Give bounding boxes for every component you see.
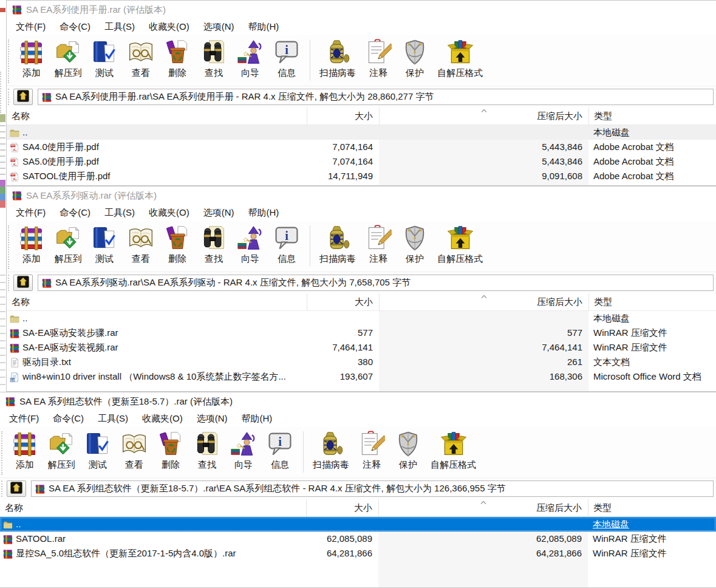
- toolbar-button-view[interactable]: 查看: [116, 429, 152, 471]
- menu-item-help[interactable]: 帮助(H): [245, 206, 282, 220]
- column-header-packed[interactable]: 压缩后大小: [379, 108, 588, 125]
- file-name: SA4.0使用手册.pdf: [22, 140, 99, 154]
- table-row[interactable]: SA-EA驱动安装步骤.rar577577WinRAR 压缩文件: [7, 326, 716, 340]
- menu-item-file[interactable]: 文件(F): [13, 206, 49, 220]
- table-row[interactable]: PDFSA4.0使用手册.pdf7,074,1645,443,846Adobe …: [7, 140, 716, 154]
- column-header-label: 大小: [355, 296, 373, 307]
- title-bar[interactable]: SA EA系列使用手册.rar (评估版本): [7, 1, 716, 19]
- menu-item-commands[interactable]: 命令(C): [56, 20, 94, 34]
- toolbar-button-add[interactable]: 添加: [7, 429, 43, 471]
- column-header-type[interactable]: 类型: [588, 108, 716, 125]
- toolbar-button-protect[interactable]: 保护: [397, 223, 433, 265]
- menu-bar: 文件(F)命令(C)工具(S)收藏夹(O)选项(N)帮助(H): [0, 411, 716, 427]
- extract-to-icon: [54, 38, 82, 67]
- menu-item-options[interactable]: 选项(N): [200, 206, 237, 220]
- menu-item-file[interactable]: 文件(F): [13, 20, 49, 34]
- column-header-packed[interactable]: 压缩后大小: [379, 293, 588, 310]
- column-header-size[interactable]: 大小: [306, 499, 378, 516]
- toolbar-gripper[interactable]: [8, 39, 12, 83]
- table-row[interactable]: ..本地磁盘: [7, 125, 716, 140]
- table-row[interactable]: ..本地磁盘: [7, 311, 716, 326]
- toolbar-button-sfx[interactable]: 自解压格式: [433, 223, 487, 265]
- menu-item-tools[interactable]: 工具(S): [101, 20, 138, 34]
- column-header-size[interactable]: 大小: [307, 108, 379, 125]
- up-one-level-button[interactable]: [7, 480, 26, 497]
- title-bar[interactable]: SA EA 系列组态软件（更新至18-5.7）.rar (评估版本): [0, 392, 716, 411]
- menu-item-help[interactable]: 帮助(H): [245, 20, 282, 34]
- title-bar[interactable]: SA EA系系列驱动.rar (评估版本): [7, 186, 716, 205]
- toolbar-button-virus-scan[interactable]: 扫描病毒: [315, 223, 360, 265]
- address-bar-gripper[interactable]: [8, 89, 12, 105]
- menu-item-favorites[interactable]: 收藏夹(O): [139, 412, 186, 426]
- address-bar-gripper[interactable]: [1, 480, 5, 497]
- column-header-type[interactable]: 类型: [588, 499, 716, 516]
- toolbar-button-find[interactable]: 查找: [189, 429, 225, 471]
- menu-item-help[interactable]: 帮助(H): [238, 412, 275, 426]
- up-one-level-button[interactable]: [13, 275, 33, 291]
- toolbar-button-comment[interactable]: 注释: [353, 429, 390, 471]
- menu-item-commands[interactable]: 命令(C): [56, 206, 94, 220]
- toolbar-button-info[interactable]: i信息: [268, 223, 305, 265]
- menu-item-commands[interactable]: 命令(C): [50, 412, 87, 426]
- column-header-name[interactable]: 名称: [7, 108, 307, 125]
- toolbar-button-add[interactable]: 添加: [13, 37, 50, 80]
- toolbar-button-view[interactable]: 查看: [123, 37, 159, 80]
- table-row[interactable]: PDFSATOOL使用手册.pdf14,711,9499,091,608Adob…: [7, 169, 716, 183]
- toolbar-button-find[interactable]: 查找: [196, 223, 232, 265]
- menu-item-favorites[interactable]: 收藏夹(O): [146, 20, 193, 34]
- toolbar-button-comment[interactable]: 注释: [360, 37, 397, 80]
- toolbar-button-extract-to[interactable]: 解压到: [50, 37, 86, 80]
- menu-item-favorites[interactable]: 收藏夹(O): [146, 206, 193, 220]
- address-bar-gripper[interactable]: [8, 275, 12, 291]
- toolbar-button-extract-to[interactable]: 解压到: [43, 429, 80, 471]
- toolbar-button-protect[interactable]: 保护: [397, 37, 433, 80]
- toolbar-button-comment[interactable]: 注释: [360, 223, 397, 265]
- menu-item-file[interactable]: 文件(F): [6, 412, 42, 426]
- menu-item-options[interactable]: 选项(N): [194, 412, 231, 426]
- table-row[interactable]: Wwin8+win10 driver install （Windows8 & 1…: [7, 369, 716, 384]
- menu-item-options[interactable]: 选项(N): [200, 20, 237, 34]
- table-row[interactable]: PDFSA5.0使用手册.pdf7,074,1645,443,846Adobe …: [7, 154, 716, 169]
- toolbar-button-virus-scan[interactable]: 扫描病毒: [309, 429, 353, 471]
- toolbar-button-wizard[interactable]: 向导: [232, 37, 268, 80]
- toolbar-button-test[interactable]: 测试: [86, 223, 123, 265]
- toolbar-button-info[interactable]: i信息: [268, 37, 305, 80]
- column-header-name[interactable]: 名称: [0, 499, 306, 516]
- column-header-packed[interactable]: 压缩后大小: [378, 499, 588, 516]
- toolbar-button-wizard[interactable]: 向导: [225, 429, 262, 471]
- toolbar-button-protect[interactable]: 保护: [390, 429, 426, 471]
- toolbar-button-extract-to[interactable]: 解压到: [50, 223, 86, 265]
- table-row[interactable]: 显控SA_5.0组态软件（更新至2017-1-5内含4.0版）.rar64,28…: [0, 546, 716, 561]
- toolbar-button-wizard[interactable]: 向导: [232, 223, 268, 265]
- toolbar-button-delete[interactable]: 删除: [159, 223, 196, 265]
- archive-path-field[interactable]: SA EA系系列驱动.rar\SA EA系系列驱动 - RAR 4.x 压缩文件…: [38, 275, 714, 291]
- column-header-size[interactable]: 大小: [307, 293, 379, 310]
- menu-item-tools[interactable]: 工具(S): [95, 412, 131, 426]
- toolbar-button-test[interactable]: 测试: [86, 37, 123, 80]
- column-header-name[interactable]: 名称: [7, 293, 307, 310]
- toolbar-button-sfx[interactable]: 自解压格式: [426, 429, 480, 471]
- toolbar-gripper[interactable]: [8, 225, 12, 269]
- table-row[interactable]: 驱动目录.txt380261文本文档: [7, 355, 716, 369]
- toolbar-button-test[interactable]: 测试: [80, 429, 116, 471]
- toolbar-button-info[interactable]: i信息: [262, 429, 298, 471]
- menu-item-tools[interactable]: 工具(S): [101, 206, 138, 220]
- toolbar-button-sfx[interactable]: 自解压格式: [433, 37, 487, 80]
- toolbar-button-delete[interactable]: 删除: [152, 429, 189, 471]
- up-arrow-icon: [16, 90, 30, 104]
- up-one-level-button[interactable]: [13, 89, 33, 105]
- toolbar-button-label: 添加: [16, 459, 34, 471]
- toolbar-button-view[interactable]: 查看: [123, 223, 159, 265]
- toolbar-button-add[interactable]: 添加: [13, 223, 50, 265]
- toolbar-button-find[interactable]: 查找: [196, 37, 232, 80]
- toolbar-button-delete[interactable]: 删除: [159, 37, 196, 80]
- archive-path-field[interactable]: SA EA 系列组态软件（更新至18-5.7）.rar\EA SA系列组态软件 …: [31, 480, 714, 497]
- toolbar-button-virus-scan[interactable]: 扫描病毒: [315, 37, 360, 80]
- toolbar-gripper[interactable]: [1, 431, 5, 475]
- column-header-type[interactable]: 类型: [588, 293, 716, 310]
- pdf-icon: PDF: [10, 157, 19, 166]
- archive-path-field[interactable]: SA EA系列使用手册.rar\SA EA系列使用手册 - RAR 4.x 压缩…: [38, 89, 714, 105]
- table-row[interactable]: ..本地磁盘: [0, 517, 716, 532]
- table-row[interactable]: SA-EA驱动安装视频.rar7,464,1417,464,141WinRAR …: [7, 340, 716, 355]
- table-row[interactable]: SATOOL.rar62,085,08962,085,089WinRAR 压缩文…: [0, 532, 716, 546]
